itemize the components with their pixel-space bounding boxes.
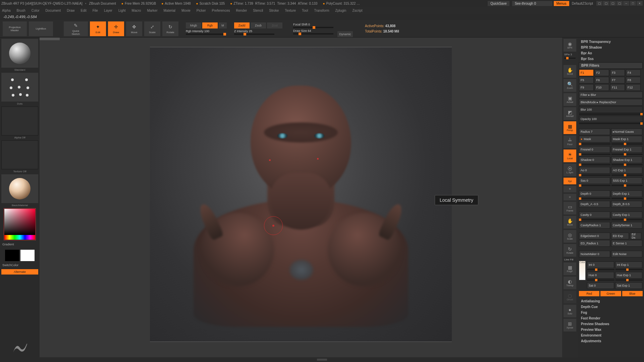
rgb-button[interactable]: Rgb <box>202 22 218 28</box>
cavity-exp-slider[interactable]: Cavity Exp 1 <box>611 212 642 218</box>
green-button[interactable]: Green <box>600 291 621 296</box>
brush-thumbnail[interactable] <box>1 39 38 68</box>
header-sss[interactable]: Bpr Sss <box>579 56 643 62</box>
minimize-button[interactable]: – <box>623 1 629 6</box>
radius-slider[interactable]: Radius 7 <box>579 128 610 135</box>
aahalf-button[interactable]: ◩AAHalf <box>564 107 576 120</box>
move-button[interactable]: ✥Move <box>126 21 142 36</box>
menu-transform[interactable]: Transform <box>314 9 329 12</box>
polyf-button[interactable]: ▦PolyF <box>564 262 576 275</box>
swatch-black[interactable] <box>5 250 19 261</box>
floor-button[interactable]: ╧Floor <box>564 135 576 148</box>
menu-color[interactable]: Color <box>32 9 40 12</box>
depth-exp-slider[interactable]: Depth Exp 1 <box>611 190 642 197</box>
z-intensity-slider[interactable]: Z Intensity 25 <box>234 29 282 35</box>
menu-picker[interactable]: Picker <box>197 9 206 12</box>
window-button-1[interactable]: ▢ <box>596 1 602 6</box>
quicksave-button[interactable]: QuickSave <box>488 1 509 6</box>
f4-button[interactable]: F4 <box>626 69 641 76</box>
ed-ds-button[interactable]: Ed Ds <box>630 233 641 239</box>
rotate-button[interactable]: ↻Rotate <box>162 21 178 36</box>
quicksketch-button[interactable]: ✎Quick Sketch <box>64 21 88 36</box>
edit-noise-button[interactable]: Edit Noise <box>611 251 642 257</box>
f1-button[interactable]: F1 <box>579 69 594 76</box>
f11-button[interactable]: F11 <box>610 84 625 91</box>
menu-document[interactable]: Document <box>46 9 61 12</box>
bpr-button[interactable]: ◉BPR <box>564 39 576 52</box>
move-nav-button[interactable]: ✋Move <box>564 216 576 229</box>
sat-slider[interactable]: Sat 0 <box>587 282 614 289</box>
int-slider[interactable]: Int 0 <box>587 261 614 268</box>
menu-file[interactable]: File <box>93 9 98 12</box>
header-pshadows[interactable]: Preview Shadows <box>579 321 643 327</box>
cavity-radius-slider[interactable]: CavityRadius 1 <box>579 222 610 229</box>
mrgb-button[interactable]: Mrgb <box>186 22 201 28</box>
alternate-button[interactable]: Alternate <box>1 269 38 275</box>
shadow-exp-slider[interactable]: Shadow Exp 1 <box>611 157 642 163</box>
header-pwax[interactable]: Preview Wax <box>579 327 643 333</box>
f8-button[interactable]: F8 <box>626 77 641 83</box>
menu-macro[interactable]: Macro <box>132 9 141 12</box>
m-button[interactable]: M <box>219 22 227 28</box>
blur-slider[interactable]: Blur 100 <box>579 106 643 113</box>
f5-button[interactable]: F5 <box>579 77 594 83</box>
scroll-button[interactable]: ✋Scroll <box>564 65 576 78</box>
color-picker[interactable] <box>4 209 35 235</box>
ao-slider[interactable]: Ao 0 <box>579 167 610 174</box>
material-thumbnail[interactable] <box>1 174 38 203</box>
mask-exp-slider[interactable]: Mask Exp 1 <box>611 136 642 142</box>
f6-button[interactable]: F6 <box>595 77 609 83</box>
header-adj[interactable]: Adjustments <box>579 338 643 344</box>
zcut-button[interactable]: Zcut <box>267 22 282 28</box>
spix-label[interactable]: SPix 3 <box>564 53 576 56</box>
draw-size-slider[interactable]: Draw Size 64 <box>293 29 333 35</box>
canvas-handle[interactable] <box>40 38 60 40</box>
persp-button[interactable]: ▦Persp <box>564 121 576 134</box>
menu-texture[interactable]: Texture <box>285 9 296 12</box>
ghost-button[interactable]: ◌Ghost <box>564 291 576 303</box>
color-picker-box[interactable] <box>4 208 36 240</box>
red-button[interactable]: Red <box>579 291 599 296</box>
noisemaker-slider[interactable]: NoiseMaker 0 <box>579 251 610 257</box>
z-button[interactable]: ⊙ <box>564 194 576 200</box>
menu-stencil[interactable]: Stencil <box>253 9 263 12</box>
texture-thumbnail[interactable] <box>1 140 38 169</box>
menu-tool[interactable]: Tool <box>302 9 308 12</box>
header-shadow[interactable]: BPR Shadow <box>579 45 643 50</box>
menu-stroke[interactable]: Stroke <box>269 9 279 12</box>
y-button[interactable]: ✲ <box>564 186 576 192</box>
rgb-intensity-slider[interactable]: Rgb Intensity 100 <box>186 29 227 35</box>
lightbox-button[interactable]: LightBox <box>29 21 53 36</box>
filter-select[interactable]: Filter ▸ Blur <box>579 92 643 98</box>
blendmode-select[interactable]: BlendMode ▸ Replace(Nor <box>579 99 643 106</box>
menu-movie[interactable]: Movie <box>181 9 191 12</box>
header-antialias[interactable]: Antialiasing <box>579 298 643 304</box>
e-sense-slider[interactable]: E Sense 1 <box>611 240 642 247</box>
menu-layer[interactable]: Layer <box>104 9 112 12</box>
gradient-button[interactable]: Gradient <box>1 242 38 247</box>
f7-button[interactable]: F7 <box>610 77 625 83</box>
zoom-button[interactable]: 🔍Zoom <box>564 79 576 92</box>
menu-zplugin[interactable]: Zplugin <box>335 9 346 12</box>
edgedetect-slider[interactable]: EdgeDetect 0 <box>579 233 610 239</box>
cavity-slider[interactable]: Cavity 0 <box>579 212 610 218</box>
normal-toggle[interactable]: ▸Normal Gauss <box>611 128 642 135</box>
depth-b-slider[interactable]: Depth_B 0.5 <box>611 201 642 207</box>
dynamic-button[interactable]: Dynamic <box>337 31 353 37</box>
sat-exp-slider[interactable]: Sat Exp 1 <box>615 282 642 289</box>
hue-strip[interactable] <box>4 235 35 240</box>
menu-render[interactable]: Render <box>236 9 247 12</box>
ed-radius-slider[interactable]: ED_Radius 1 <box>579 240 610 247</box>
maximize-button[interactable]: □ <box>630 1 636 6</box>
f10-button[interactable]: F10 <box>595 84 609 91</box>
sss-exp-slider[interactable]: SSS Exp 1 <box>611 177 642 184</box>
edit-button[interactable]: ✦Edit <box>90 21 106 36</box>
window-button-2[interactable]: ▢ <box>603 1 609 6</box>
blue-button[interactable]: Blue <box>622 291 643 296</box>
xpose-button[interactable]: ⊞Xpose <box>564 319 576 331</box>
zadd-button[interactable]: Zadd <box>234 22 250 28</box>
int-exp-slider[interactable]: Int Exp 1 <box>615 261 642 268</box>
menu-marker[interactable]: Marker <box>147 9 157 12</box>
menu-material[interactable]: Material <box>164 9 176 12</box>
alpha-thumbnail[interactable] <box>1 107 38 135</box>
